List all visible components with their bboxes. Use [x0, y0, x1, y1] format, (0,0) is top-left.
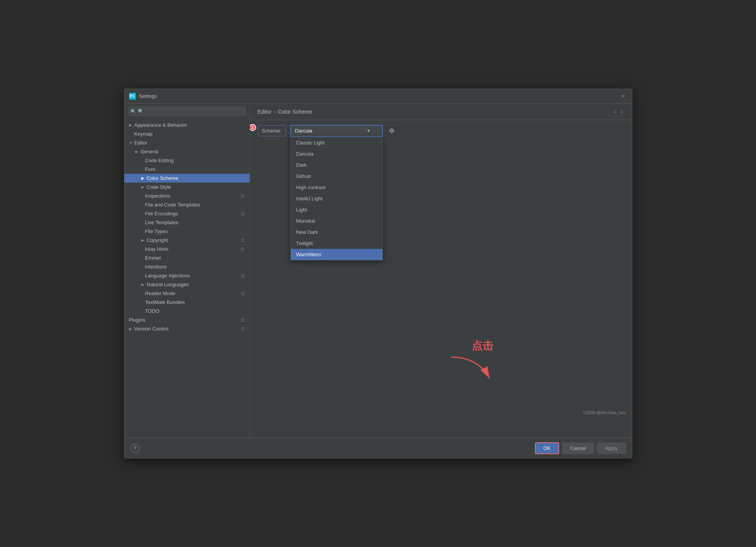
sidebar-label-code-editing: Code Editing	[145, 158, 174, 163]
nav-back-button[interactable]: ‹	[612, 107, 617, 116]
sidebar-item-plugins[interactable]: Plugins 🗋	[124, 315, 250, 324]
sidebar-label-emmet: Emmet	[145, 255, 161, 261]
sidebar-label-editor: Editor	[134, 140, 148, 146]
sidebar-label-language-injections: Language Injections	[145, 273, 190, 279]
scheme-option-darcula[interactable]: Darcula	[291, 148, 382, 159]
nav-tree: ▶ Appearance & Behavior Keymap ▼ Editor …	[124, 119, 250, 438]
sidebar-item-todo[interactable]: TODO	[124, 307, 250, 315]
scheme-dropdown: Darcula ▼ Classic Light Darcula Dark Git…	[290, 125, 383, 137]
sidebar-item-emmet[interactable]: Emmet	[124, 253, 250, 262]
sidebar-item-inspections[interactable]: Inspections 🗋	[124, 191, 250, 200]
sidebar-item-color-scheme[interactable]: ▶ Color Scheme	[124, 174, 250, 183]
inlay-hints-icon: 🗋	[241, 247, 245, 252]
sidebar-label-appearance: Appearance & Behavior	[134, 122, 187, 128]
ok-button[interactable]: OK	[535, 442, 559, 454]
badge-scheme: 3	[250, 124, 256, 131]
expand-arrow-general: ▶	[135, 149, 139, 154]
sidebar-item-code-editing[interactable]: Code Editing	[124, 156, 250, 165]
help-button[interactable]: ?	[131, 444, 140, 453]
sidebar-item-file-encodings[interactable]: File Encodings 🗋	[124, 209, 250, 218]
sidebar-item-version-control[interactable]: ▶ Version Control 🗋	[124, 324, 250, 333]
sidebar-item-file-types[interactable]: File Types	[124, 227, 250, 236]
breadcrumb: Editor › Color Scheme	[258, 109, 312, 115]
app-icon: PC	[129, 93, 136, 100]
sidebar-item-reader-mode[interactable]: Reader Mode 🗋	[124, 289, 250, 298]
settings-dialog: PC Settings × 🔍 ▶ Appearance & Behavior	[124, 89, 632, 458]
sidebar-label-file-types: File Types	[145, 228, 168, 234]
gear-button[interactable]: ⚙	[387, 126, 396, 136]
search-input[interactable]	[128, 107, 246, 116]
scheme-option-dark[interactable]: Dark	[291, 159, 382, 171]
sidebar-item-general[interactable]: ▶ General	[124, 147, 250, 156]
title-bar-left: PC Settings	[129, 93, 157, 100]
scheme-option-monokai[interactable]: Monokai	[291, 215, 382, 227]
scheme-current-value: Darcula	[295, 128, 312, 134]
sidebar-item-live-templates[interactable]: Live Templates	[124, 218, 250, 227]
copyright-icon: 🗋	[241, 238, 245, 243]
scheme-label: Scheme:	[258, 125, 286, 136]
sidebar-label-color-scheme: Color Scheme	[147, 175, 178, 181]
sidebar-label-copyright: Copyright	[147, 237, 168, 243]
sidebar-label-inlay-hints: Inlay Hints	[145, 246, 169, 252]
scheme-option-twilight[interactable]: Twilight	[291, 238, 382, 249]
scheme-row: Scheme: 3 Darcula ▼ Classic Light Darcul…	[250, 120, 632, 141]
sidebar-item-copyright[interactable]: ▶ Copyright 🗋	[124, 236, 250, 245]
apply-button[interactable]: Apply	[597, 443, 626, 454]
breadcrumb-separator: ›	[274, 109, 276, 115]
search-icon: 🔍	[131, 109, 136, 114]
scheme-option-new-dark[interactable]: New Dark	[291, 227, 382, 238]
scheme-option-intellij-light[interactable]: IntelliJ Light	[291, 193, 382, 204]
chevron-down-icon: ▼	[367, 129, 370, 133]
sidebar-label-file-code-templates: File and Code Templates	[145, 202, 201, 208]
sidebar-item-natural-languages[interactable]: ▶ Natural Languages	[124, 280, 250, 289]
expand-arrow-version-control: ▶	[129, 327, 133, 331]
expand-arrow-editor: ▼	[129, 141, 133, 145]
sidebar-item-textmate-bundles[interactable]: TextMate Bundles	[124, 298, 250, 307]
sidebar-item-language-injections[interactable]: Language Injections 🗋	[124, 271, 250, 280]
breadcrumb-part1: Editor	[258, 109, 272, 115]
sidebar-label-todo: TODO	[145, 308, 159, 314]
sidebar-item-font[interactable]: Font	[124, 165, 250, 174]
title-bar: PC Settings ×	[124, 89, 632, 104]
breadcrumb-bar: Editor › Color Scheme ‹ ›	[250, 104, 632, 120]
cancel-button[interactable]: Cancel	[562, 443, 594, 454]
sidebar-item-appearance[interactable]: ▶ Appearance & Behavior	[124, 121, 250, 129]
sidebar-label-intentions: Intentions	[145, 264, 167, 270]
sidebar-item-intentions[interactable]: Intentions	[124, 262, 250, 271]
expand-arrow-natural-languages: ▶	[141, 282, 145, 287]
sidebar-item-inlay-hints[interactable]: Inlay Hints 🗋	[124, 245, 250, 253]
nav-forward-button[interactable]: ›	[619, 107, 624, 116]
sidebar-label-font: Font	[145, 166, 155, 172]
close-button[interactable]: ×	[620, 92, 627, 100]
scheme-select-button[interactable]: Darcula ▼	[290, 125, 383, 137]
sidebar-label-general: General	[141, 149, 158, 154]
arrow-icon	[447, 353, 493, 384]
scheme-option-github[interactable]: Github	[291, 171, 382, 182]
scheme-option-high-contrast[interactable]: High contrast	[291, 182, 382, 193]
footer-left: ?	[131, 444, 140, 453]
sidebar-label-code-style: Code Style	[147, 184, 171, 190]
sidebar-label-reader-mode: Reader Mode	[145, 290, 176, 296]
expand-arrow-appearance: ▶	[129, 123, 133, 127]
annotation-area: 点击	[447, 339, 493, 384]
sidebar-item-keymap[interactable]: Keymap	[124, 129, 250, 138]
sidebar-label-keymap: Keymap	[134, 131, 153, 137]
footer-right: OK Cancel Apply	[535, 442, 626, 454]
watermark: CSDN @llth小low_key	[583, 410, 625, 416]
sidebar-label-file-encodings: File Encodings	[145, 211, 178, 216]
scheme-option-classic-light[interactable]: Classic Light	[291, 137, 382, 148]
main-content: Editor › Color Scheme ‹ › Scheme: 3	[250, 104, 632, 438]
scheme-option-warmneon[interactable]: WarmNeon	[291, 249, 382, 260]
language-injections-icon: 🗋	[241, 274, 245, 278]
sidebar-label-version-control: Version Control	[134, 326, 169, 332]
version-control-icon: 🗋	[241, 327, 245, 331]
expand-arrow-copyright: ▶	[141, 238, 145, 242]
sidebar-item-code-style[interactable]: ▶ Code Style	[124, 183, 250, 191]
scheme-dropdown-menu: Classic Light Darcula Dark Github High c…	[290, 137, 383, 260]
sidebar-item-file-code-templates[interactable]: File and Code Templates	[124, 200, 250, 209]
scheme-option-light[interactable]: Light	[291, 204, 382, 215]
sidebar-label-inspections: Inspections	[145, 193, 171, 199]
dialog-footer: ? OK Cancel Apply	[124, 438, 632, 458]
expand-arrow-code-style: ▶	[141, 185, 145, 189]
sidebar-item-editor[interactable]: ▼ Editor	[124, 138, 250, 147]
